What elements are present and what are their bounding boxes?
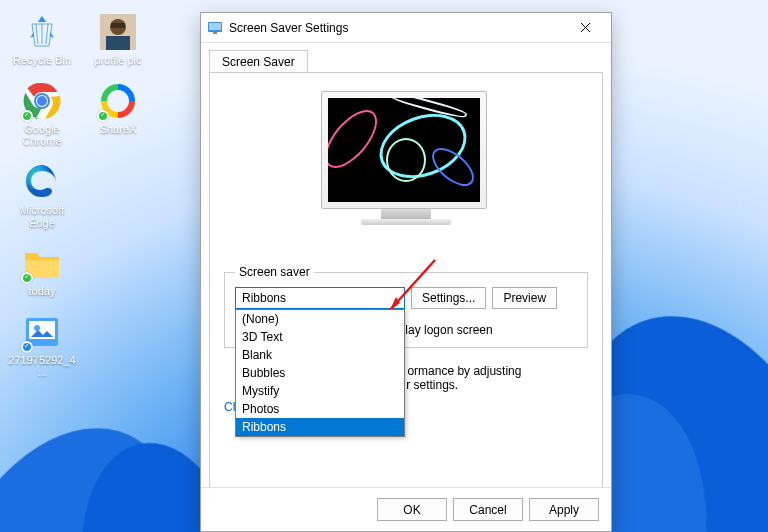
power-text-2: r settings.	[406, 378, 458, 392]
svg-rect-16	[209, 23, 221, 30]
option-photos[interactable]: Photos	[236, 400, 404, 418]
settings-button[interactable]: Settings...	[411, 287, 486, 309]
select-value: Ribbons	[242, 291, 286, 305]
dialog-footer: OK Cancel Apply	[201, 487, 611, 531]
select-box[interactable]: Ribbons ⌄	[235, 287, 405, 309]
icon-label: Microsoft Edge	[7, 204, 77, 229]
icon-label: profile pic	[94, 54, 141, 67]
desktop-icon-today-folder[interactable]: today	[6, 239, 78, 302]
sharex-icon	[98, 81, 138, 121]
chevron-down-icon: ⌄	[392, 293, 400, 304]
apply-button[interactable]: Apply	[529, 498, 599, 521]
tab-page: Screen saver Ribbons ⌄ (None) 3D Text Bl…	[209, 72, 603, 502]
titlebar[interactable]: Screen Saver Settings	[201, 13, 611, 43]
tab-strip: Screen Saver	[201, 43, 611, 72]
preview-button[interactable]: Preview	[492, 287, 557, 309]
preview-screen	[328, 98, 480, 202]
svg-rect-17	[213, 32, 217, 34]
profile-photo-icon	[98, 12, 138, 52]
screen-saver-group: Screen saver Ribbons ⌄ (None) 3D Text Bl…	[224, 265, 588, 348]
desktop-icon-sharex[interactable]: ShareX	[82, 77, 154, 152]
window-title: Screen Saver Settings	[229, 21, 565, 35]
edge-icon	[22, 162, 62, 202]
icon-label: Recycle Bin	[13, 54, 71, 67]
group-legend: Screen saver	[235, 265, 314, 279]
desktop-icon-profile-pic[interactable]: profile pic	[82, 8, 154, 71]
desktop-icon-google-chrome[interactable]: Google Chrome	[6, 77, 78, 152]
icon-label: 271975292_4...	[7, 354, 77, 379]
preview-monitor	[321, 91, 491, 247]
desktop-icon-image-file[interactable]: 271975292_4...	[6, 308, 78, 383]
chrome-icon	[22, 81, 62, 121]
image-file-icon	[22, 312, 62, 352]
desktop-icon-recycle-bin[interactable]: Recycle Bin	[6, 8, 78, 71]
close-button[interactable]	[565, 15, 605, 41]
window-icon	[207, 20, 223, 36]
icon-label: ShareX	[100, 123, 137, 136]
cancel-button[interactable]: Cancel	[453, 498, 523, 521]
option-ribbons[interactable]: Ribbons	[236, 418, 404, 436]
option-blank[interactable]: Blank	[236, 346, 404, 364]
option-mystify[interactable]: Mystify	[236, 382, 404, 400]
option-bubbles[interactable]: Bubbles	[236, 364, 404, 382]
select-dropdown: (None) 3D Text Blank Bubbles Mystify Pho…	[235, 309, 405, 437]
screen-saver-settings-window: Screen Saver Settings Screen Saver	[200, 12, 612, 532]
tab-screen-saver[interactable]: Screen Saver	[209, 50, 308, 73]
ok-button[interactable]: OK	[377, 498, 447, 521]
svg-rect-2	[106, 36, 130, 50]
screensaver-select[interactable]: Ribbons ⌄ (None) 3D Text Blank Bubbles M…	[235, 287, 405, 309]
power-text-1: ormance by adjusting	[407, 364, 521, 378]
close-icon	[580, 22, 591, 33]
svg-rect-3	[111, 23, 125, 28]
option-none[interactable]: (None)	[236, 310, 404, 328]
folder-icon	[22, 243, 62, 283]
recycle-bin-icon	[22, 12, 62, 52]
desktop-icon-microsoft-edge[interactable]: Microsoft Edge	[6, 158, 78, 233]
option-3d-text[interactable]: 3D Text	[236, 328, 404, 346]
icon-label: today	[29, 285, 56, 298]
desktop: Recycle Bin profile pic Google Chrome Sh…	[0, 0, 200, 391]
svg-point-7	[37, 96, 47, 106]
icon-label: Google Chrome	[7, 123, 77, 148]
svg-point-14	[34, 325, 40, 331]
